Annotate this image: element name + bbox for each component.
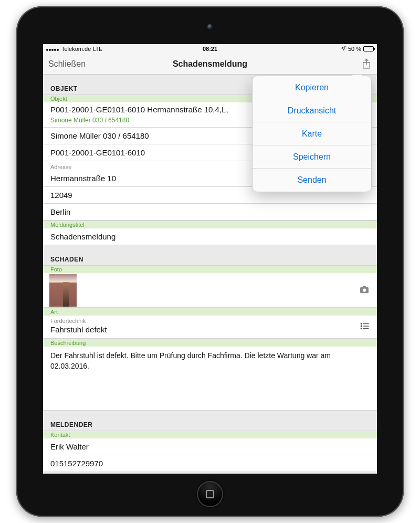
field-label-beschreibung: Beschreibung: [43, 339, 377, 347]
meldungstitel-value[interactable]: Schadensmeldung: [43, 228, 377, 245]
photo-row[interactable]: [43, 273, 377, 308]
meldender-phone[interactable]: 015152729970: [43, 455, 377, 472]
field-label-meldungstitel: Meldungstitel: [43, 221, 377, 228]
share-icon: [361, 58, 372, 70]
share-popover: Kopieren Druckansicht Karte Speichern Se…: [252, 76, 372, 192]
field-label-art: Art: [43, 308, 377, 316]
art-value: Fahrstuhl defekt: [50, 325, 370, 334]
art-row[interactable]: Fördertechnik Fahrstuhl defekt: [43, 316, 377, 339]
section-header-schaden: SCHADEN: [43, 254, 377, 265]
list-icon[interactable]: [360, 322, 370, 332]
svg-point-2: [361, 323, 362, 324]
section-header-meldender: MELDENDER: [43, 419, 377, 431]
meldender-name[interactable]: Erik Walter: [43, 438, 377, 455]
address-city[interactable]: Berlin: [43, 204, 377, 221]
popover-item-karte[interactable]: Karte: [253, 122, 371, 145]
ipad-frame: Telekom.de LTE 08:21 50 % Schließen Scha…: [16, 6, 404, 517]
svg-point-4: [361, 326, 362, 327]
battery-label: 50 %: [348, 46, 361, 52]
field-label-foto: Foto: [43, 265, 377, 273]
location-icon: [341, 46, 346, 52]
popover-item-druckansicht[interactable]: Druckansicht: [253, 99, 371, 122]
carrier-label: Telekom.de: [61, 46, 91, 52]
field-label-kontakt: Kontakt: [43, 431, 377, 438]
popover-item-senden[interactable]: Senden: [253, 169, 371, 192]
signal-icon: [46, 46, 59, 52]
home-button[interactable]: [197, 481, 223, 507]
art-category: Fördertechnik: [50, 318, 370, 324]
svg-point-1: [363, 288, 366, 291]
ipad-camera: [207, 24, 213, 29]
battery-icon: [363, 46, 374, 51]
status-bar: Telekom.de LTE 08:21 50 %: [43, 44, 377, 54]
photo-thumbnail[interactable]: [49, 274, 77, 307]
popover-item-speichern[interactable]: Speichern: [253, 145, 371, 169]
close-button[interactable]: Schließen: [48, 59, 86, 69]
beschreibung-text[interactable]: Der Fahrstuhl ist defekt. Bitte um Prüfu…: [43, 347, 377, 411]
popover-item-kopieren[interactable]: Kopieren: [253, 76, 371, 99]
screen: Telekom.de LTE 08:21 50 % Schließen Scha…: [43, 44, 377, 474]
page-title: Schadensmeldung: [173, 59, 247, 69]
network-label: LTE: [93, 46, 102, 52]
clock-label: 08:21: [203, 46, 217, 52]
navigation-bar: Schließen Schadensmeldung: [43, 54, 377, 75]
camera-icon[interactable]: [359, 285, 370, 296]
svg-point-6: [361, 328, 362, 329]
content-scroll[interactable]: OBJEKT Objekt P001-20001-GE0101-6010 Her…: [43, 75, 377, 474]
share-button[interactable]: [361, 58, 372, 70]
